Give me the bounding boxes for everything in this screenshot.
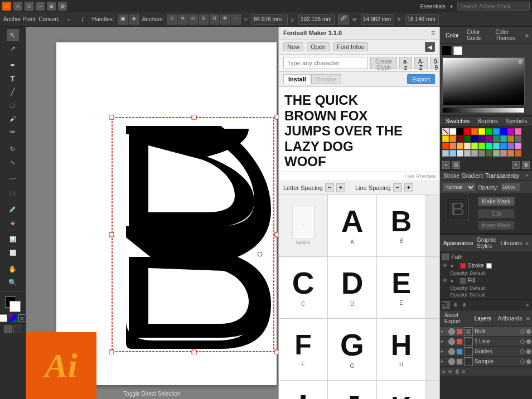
- h-input[interactable]: [405, 14, 439, 25]
- swatch-cyan[interactable]: [493, 128, 500, 135]
- collapse-panel-btn[interactable]: ◀: [425, 42, 435, 52]
- swatch-none[interactable]: [442, 128, 449, 135]
- font-infos-btn[interactable]: Font Infos: [333, 42, 368, 51]
- swatch-gray2[interactable]: [478, 150, 485, 157]
- grid-icon[interactable]: ⊞: [47, 2, 56, 11]
- color-panel-menu[interactable]: ≡: [525, 32, 529, 38]
- new-layer-icon[interactable]: ⊕: [448, 368, 452, 374]
- stroke-tab[interactable]: Stroke: [443, 173, 460, 179]
- layer-1line[interactable]: ▸ 1 Line: [440, 337, 532, 347]
- none-stroke-icon[interactable]: [0, 314, 7, 322]
- anchor-btn-3[interactable]: ◎: [188, 14, 198, 25]
- swatch-orange[interactable]: [471, 128, 478, 135]
- delete-swatch-icon[interactable]: 🗑: [522, 161, 530, 169]
- white-swatch[interactable]: [453, 46, 462, 55]
- blend-mode-select[interactable]: Normal: [442, 183, 476, 192]
- sort-az-btn[interactable]: a-z: [399, 57, 412, 69]
- normal-view-icon[interactable]: [4, 325, 12, 333]
- glyph-cell-j[interactable]: J J: [328, 381, 377, 399]
- artboards-tab[interactable]: Artboards: [496, 315, 524, 322]
- create-glyph-btn[interactable]: Create Glyph: [370, 57, 397, 69]
- new-btn[interactable]: New: [283, 42, 303, 51]
- swatch-lightgray[interactable]: [457, 150, 463, 157]
- glyph-cell-g[interactable]: G G: [328, 319, 377, 380]
- layer-1line-vis[interactable]: [448, 338, 455, 345]
- add-appearance-icon[interactable]: ⊕: [452, 301, 459, 309]
- stroke-eye-icon[interactable]: 👁: [442, 262, 449, 269]
- layer-bulk[interactable]: ▸ Bulk: [440, 327, 532, 337]
- line-tool[interactable]: ╱: [7, 86, 19, 98]
- color-tab[interactable]: Color: [443, 32, 461, 39]
- anchor-btn-4[interactable]: ⊞: [199, 14, 209, 25]
- paintbrush-tool[interactable]: 🖌: [7, 113, 19, 125]
- swatch-white[interactable]: [449, 128, 456, 135]
- fill-stroke-indicator[interactable]: [5, 296, 21, 312]
- swatch-darkseagreen[interactable]: [493, 150, 500, 157]
- swatch-silver[interactable]: [464, 150, 471, 157]
- anchor-btn-7[interactable]: ⋯: [231, 14, 241, 25]
- layer-guides[interactable]: ▸ Guides: [440, 347, 532, 357]
- swatch-darkorange[interactable]: [449, 135, 456, 142]
- app-icon-1[interactable]: Ai: [2, 2, 11, 11]
- presentation-mode-icon[interactable]: [13, 325, 21, 333]
- make-mask-btn[interactable]: Make Mask: [478, 197, 515, 206]
- swatch-turquoise[interactable]: [493, 143, 500, 149]
- app-icon-3[interactable]: S: [25, 2, 33, 11]
- swatch-greenyellow[interactable]: [471, 143, 478, 149]
- appearance-tab[interactable]: Appearance: [443, 240, 473, 246]
- toggle-direct-selection-label[interactable]: Toggle Direct Selection: [123, 391, 180, 397]
- swatch-menu-icon[interactable]: ≡: [442, 161, 450, 169]
- anchor-btn-5[interactable]: ⊟: [210, 14, 219, 25]
- swatch-teal[interactable]: [500, 135, 507, 142]
- anchor-btn-1[interactable]: ⊕: [167, 14, 177, 25]
- color-hue-bar[interactable]: [442, 108, 525, 113]
- warp-tool[interactable]: 〰: [7, 173, 19, 185]
- app-icon-4[interactable]: ⋯: [36, 2, 45, 11]
- swatch-darkred[interactable]: [457, 135, 463, 142]
- swatch-lightsteelblue[interactable]: [442, 150, 449, 157]
- graphic-styles-tab[interactable]: Graphic Styles: [477, 237, 497, 249]
- artboard-tool[interactable]: ⬜: [7, 246, 19, 259]
- layers-menu-icon[interactable]: ≡: [526, 315, 530, 322]
- line-spacing-plus[interactable]: +: [404, 183, 413, 192]
- line-spacing-minus[interactable]: −: [393, 183, 402, 192]
- layer-guides-vis[interactable]: [448, 348, 455, 355]
- black-swatch[interactable]: [442, 46, 451, 55]
- swatch-lawngreen[interactable]: [478, 143, 485, 149]
- anchor-btn-2[interactable]: ⊗: [178, 14, 187, 25]
- swatch-darkolive[interactable]: [486, 150, 492, 157]
- swatch-gray[interactable]: [515, 135, 521, 142]
- glyph-cell-space[interactable]: _ space: [279, 195, 328, 256]
- swatch-darkgray[interactable]: [471, 150, 478, 157]
- fontself-close-icon[interactable]: ≡: [431, 29, 435, 37]
- letter-spacing-minus[interactable]: −: [325, 183, 334, 192]
- glyph-cell-b[interactable]: B B: [377, 195, 426, 256]
- rotate-tool[interactable]: ↻: [7, 143, 19, 155]
- adobe-stock-search[interactable]: [457, 2, 530, 11]
- anchor-btn-6[interactable]: ⊠: [220, 14, 230, 25]
- sort-az-upper-btn[interactable]: A-Z: [414, 57, 428, 69]
- direct-select-tool[interactable]: ↗: [7, 42, 19, 55]
- smooth-tool-icon[interactable]: ∫: [76, 13, 89, 26]
- y-input[interactable]: [298, 14, 335, 25]
- glyph-cell-i[interactable]: I I: [279, 381, 328, 399]
- swatch-darkblue[interactable]: [471, 135, 478, 142]
- glyph-cell-k[interactable]: K K: [377, 381, 426, 399]
- layer-1line-arrow[interactable]: ▸: [441, 339, 447, 344]
- brushes-tab[interactable]: Brushes: [475, 118, 500, 125]
- transparency-menu-icon[interactable]: ≡: [525, 173, 529, 179]
- layers-panel-options[interactable]: ≡: [462, 368, 466, 374]
- layer-bulk-vis[interactable]: [448, 328, 455, 335]
- glyph-cell-a[interactable]: A A: [328, 195, 377, 256]
- libraries-tab[interactable]: Libraries: [501, 240, 522, 246]
- link-btn[interactable]: 🔗: [338, 14, 349, 25]
- fill-color-indicator[interactable]: [460, 278, 466, 284]
- pattern-fill-icon[interactable]: ⊘: [18, 314, 26, 322]
- free-transform-tool[interactable]: ⬚: [7, 186, 19, 198]
- type-tool[interactable]: T: [7, 72, 19, 85]
- delete-layer-icon[interactable]: 🗑: [454, 368, 460, 374]
- open-btn[interactable]: Open: [307, 42, 330, 51]
- swatch-mediumpurple[interactable]: [507, 143, 514, 149]
- glyph-cell-f[interactable]: F F: [279, 319, 328, 380]
- swatch-coral[interactable]: [449, 143, 456, 149]
